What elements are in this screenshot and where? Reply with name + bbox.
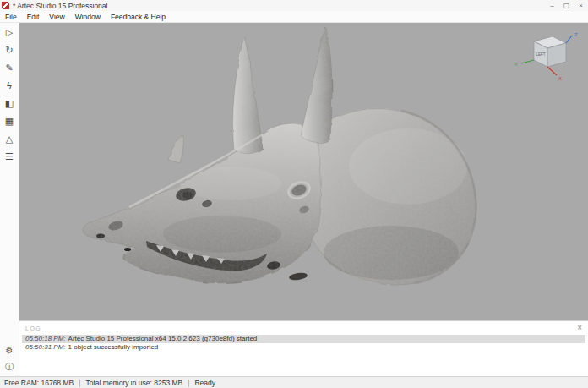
scan-tool-button[interactable]: ▷ <box>3 25 17 39</box>
tools-panel-button[interactable]: ϟ <box>3 79 17 92</box>
log-entry-timestamp: 05:50:18 PM: <box>25 335 66 342</box>
triceratops-skull-mesh <box>19 23 588 320</box>
menu-view[interactable]: View <box>44 13 69 21</box>
autopilot-refresh-icon: ↻ <box>5 46 13 55</box>
gear-icon: ⚙ <box>6 347 14 355</box>
info-icon: ⓘ <box>5 363 14 371</box>
window-title: * Artec Studio 15 Professional <box>13 2 107 10</box>
info-button[interactable]: ⓘ <box>3 360 17 374</box>
log-title: LOG <box>25 325 41 331</box>
log-entries: 05:50:18 PM:Artec Studio 15 Professional… <box>19 335 588 352</box>
construct-tool-button[interactable]: △ <box>3 132 17 145</box>
status-bar: Free RAM: 16768 MB | Total memory in use… <box>0 376 588 388</box>
minimize-button[interactable]: – <box>545 0 559 11</box>
pencil-icon: ✎ <box>5 63 13 73</box>
status-separator: | <box>79 379 80 387</box>
axis-y-label: Y <box>514 62 518 67</box>
left-toolbar: ▷ ↻ ✎ ϟ ◧ ▦ △ ☰ ⚙ ⓘ <box>0 23 19 376</box>
texture-grid-icon: ▦ <box>5 117 14 126</box>
close-button[interactable]: × <box>574 0 588 11</box>
texture-tool-button[interactable]: ▦ <box>3 114 17 128</box>
cone-icon: △ <box>6 134 13 144</box>
ready-status: Ready <box>194 379 215 387</box>
title-bar: * Artec Studio 15 Professional – ▢ × <box>0 0 588 11</box>
viewport-3d[interactable]: LEFT Z Y X <box>19 23 588 320</box>
nav-cube[interactable]: LEFT Z Y X <box>509 30 580 84</box>
menu-bar: File Edit View Window Feedback & Help <box>0 11 588 23</box>
app-logo-icon <box>2 2 9 9</box>
list-icon: ☰ <box>5 152 14 161</box>
axis-x-label: X <box>558 76 562 81</box>
lightning-icon: ϟ <box>7 81 12 90</box>
nav-cube-face-label: LEFT <box>536 52 545 57</box>
axis-z-label: Z <box>574 32 578 37</box>
menu-edit[interactable]: Edit <box>22 13 45 21</box>
log-entry-message: Artec Studio 15 Professional x64 15.0.2.… <box>68 335 258 342</box>
log-entry-timestamp: 05:50:31 PM: <box>25 343 66 351</box>
menu-file[interactable]: File <box>0 13 22 21</box>
status-separator: | <box>188 379 189 387</box>
log-entry: 05:50:18 PM:Artec Studio 15 Professional… <box>22 335 585 343</box>
menu-feedback-help[interactable]: Feedback & Help <box>106 13 171 21</box>
autopilot-tool-button[interactable]: ↻ <box>3 43 17 57</box>
eraser-tool-button[interactable]: ◧ <box>3 96 17 110</box>
log-entry: 05:50:31 PM:1 object successfully import… <box>22 343 585 352</box>
eraser-icon: ◧ <box>5 99 14 108</box>
log-panel: LOG × 05:50:18 PM:Artec Studio 15 Profes… <box>19 320 588 376</box>
commands-tool-button[interactable]: ☰ <box>3 150 17 163</box>
window-controls: – ▢ × <box>545 0 588 11</box>
log-entry-message: 1 object successfully imported <box>68 343 159 351</box>
settings-button[interactable]: ⚙ <box>3 344 17 358</box>
menu-window[interactable]: Window <box>70 13 106 21</box>
scan-play-icon: ▷ <box>6 28 13 37</box>
maximize-button[interactable]: ▢ <box>559 0 574 11</box>
memory-in-use-status: Total memory in use: 8253 MB <box>85 379 182 387</box>
free-ram-status: Free RAM: 16768 MB <box>4 379 74 387</box>
editor-tool-button[interactable]: ✎ <box>3 61 17 74</box>
log-close-button[interactable]: × <box>577 324 582 332</box>
log-header: LOG × <box>19 321 588 335</box>
